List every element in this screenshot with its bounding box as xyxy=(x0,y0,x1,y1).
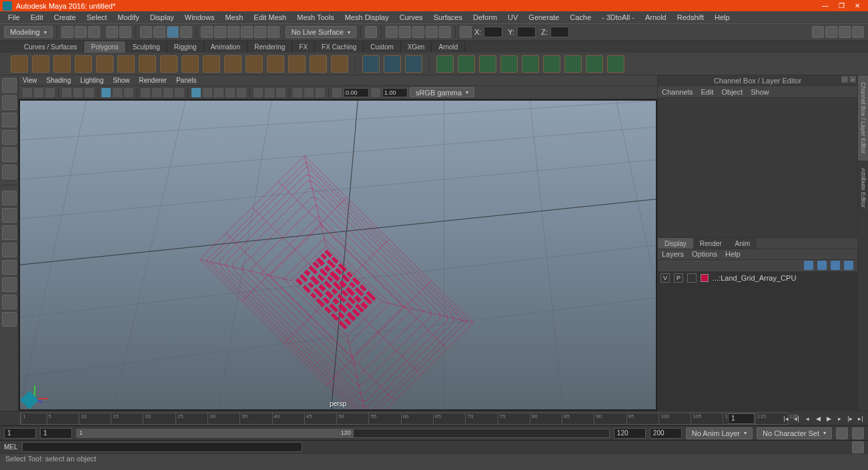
shelf-tab-custom[interactable]: Custom xyxy=(364,41,400,53)
new-scene-icon[interactable] xyxy=(61,26,73,38)
pt-ao-icon[interactable] xyxy=(214,88,224,97)
menu-arnold[interactable]: Arnold xyxy=(640,12,672,23)
colorspace-dropdown[interactable]: sRGB gamma xyxy=(410,87,474,97)
layer-tab-anim[interactable]: Anim xyxy=(729,238,757,249)
z-input[interactable] xyxy=(550,27,569,37)
go-end-button[interactable]: ▸| xyxy=(856,414,865,423)
target-weld-icon[interactable] xyxy=(586,55,603,73)
panel-menu-view[interactable]: View xyxy=(23,77,37,84)
menu-3dtoall[interactable]: - 3DtoAll - xyxy=(596,12,640,23)
menu-windows[interactable]: Windows xyxy=(179,12,220,23)
append-icon[interactable] xyxy=(500,55,518,73)
poly-soccer-icon[interactable] xyxy=(288,55,306,73)
play-fwd-button[interactable]: ▶ xyxy=(824,414,833,423)
mirror-icon[interactable] xyxy=(543,55,560,73)
construction-history-icon[interactable] xyxy=(365,26,377,38)
poly-cube-icon[interactable] xyxy=(32,55,49,73)
poly-cone-icon[interactable] xyxy=(75,55,92,73)
pt-motion-blur-icon[interactable] xyxy=(226,88,235,97)
pt-lights-icon[interactable] xyxy=(191,88,201,97)
snap-live-icon[interactable] xyxy=(254,26,266,38)
move-layer-down-icon[interactable] xyxy=(817,261,827,270)
anim-end-input[interactable]: 200 xyxy=(650,428,682,439)
pt-aa-icon[interactable] xyxy=(254,88,263,97)
step-fwd-button[interactable]: ▸ xyxy=(835,414,844,423)
snap-point-icon[interactable] xyxy=(228,26,240,38)
gamma-input[interactable]: 1.00 xyxy=(382,88,408,97)
poly-cylinder-icon[interactable] xyxy=(53,55,71,73)
ipr-render-icon[interactable] xyxy=(399,26,411,38)
menu-cache[interactable]: Cache xyxy=(564,12,596,23)
move-tool[interactable] xyxy=(2,130,17,145)
layer-menu-options[interactable]: Options xyxy=(692,250,717,258)
layout-p5-icon[interactable] xyxy=(2,312,17,327)
poly-pipe-icon[interactable] xyxy=(224,55,242,73)
rotate-tool[interactable] xyxy=(2,147,17,162)
poly-type-icon[interactable] xyxy=(310,55,327,73)
menu-edit[interactable]: Edit xyxy=(25,12,49,23)
cb-menu-show[interactable]: Show xyxy=(751,88,769,96)
poly-pyramid-icon[interactable] xyxy=(181,55,199,73)
render-sequence-icon[interactable] xyxy=(439,26,451,38)
menu-select[interactable]: Select xyxy=(81,12,113,23)
maximize-button[interactable]: ❐ xyxy=(833,0,849,11)
menu-mesh-tools[interactable]: Mesh Tools xyxy=(292,12,339,23)
layer-tab-render[interactable]: Render xyxy=(693,238,729,249)
pt-dof-icon[interactable] xyxy=(265,88,274,97)
select-tool[interactable] xyxy=(2,78,17,93)
select-component-icon[interactable] xyxy=(167,26,179,38)
menu-redshift[interactable]: Redshift xyxy=(672,12,709,23)
menu-modify[interactable]: Modify xyxy=(112,12,144,23)
snap-view-icon[interactable] xyxy=(268,26,280,38)
y-input[interactable] xyxy=(517,27,536,37)
menu-uv[interactable]: UV xyxy=(502,12,523,23)
panel-menu-lighting[interactable]: Lighting xyxy=(80,77,103,84)
close-button[interactable]: ✕ xyxy=(849,0,865,11)
menu-create[interactable]: Create xyxy=(49,12,81,23)
menu-mesh-display[interactable]: Mesh Display xyxy=(340,12,394,23)
xyz-toggle-icon[interactable] xyxy=(460,26,472,38)
go-start-button[interactable]: |◂ xyxy=(781,414,791,423)
time-track[interactable]: 1510152025303540455055606570758085909510… xyxy=(20,413,788,425)
pt-xray-comp-icon[interactable] xyxy=(175,88,184,97)
layout-out-icon[interactable] xyxy=(2,225,17,240)
menu-surfaces[interactable]: Surfaces xyxy=(428,12,468,23)
extrude-icon[interactable] xyxy=(436,55,454,73)
time-slider[interactable]: 1510152025303540455055606570758085909510… xyxy=(0,411,868,425)
x-input[interactable] xyxy=(484,27,502,37)
menu-edit-mesh[interactable]: Edit Mesh xyxy=(248,12,292,23)
panel-close-icon[interactable]: × xyxy=(849,76,856,83)
layer-display-type[interactable] xyxy=(687,273,697,283)
pt-safe-icon[interactable] xyxy=(85,88,94,97)
save-scene-icon[interactable] xyxy=(88,26,100,38)
range-handle[interactable]: 1 120 xyxy=(77,429,354,437)
exposure-input[interactable]: 0.00 xyxy=(344,88,369,97)
multicut-icon[interactable] xyxy=(607,55,624,73)
pt-film-gate-icon[interactable] xyxy=(73,88,83,97)
undo-icon[interactable] xyxy=(106,26,118,38)
panel-menu-shading[interactable]: Shading xyxy=(47,77,71,84)
open-scene-icon[interactable] xyxy=(75,26,87,38)
snap-grid-icon[interactable] xyxy=(201,26,213,38)
panel-menu-show[interactable]: Show xyxy=(113,77,129,84)
shelf-tab-sculpting[interactable]: Sculpting xyxy=(126,41,167,53)
layer-playback-toggle[interactable]: P xyxy=(674,273,683,283)
layer-menu-layers[interactable]: Layers xyxy=(662,250,684,258)
live-surface-dropdown[interactable]: No Live Surface xyxy=(286,26,356,38)
poly-helix-icon[interactable] xyxy=(246,55,263,73)
workspace-mode-dropdown[interactable]: Modeling xyxy=(4,26,53,38)
pt-textured-icon[interactable] xyxy=(237,88,246,97)
render-frame-icon[interactable] xyxy=(386,26,398,38)
poly-torus-icon[interactable] xyxy=(96,55,113,73)
menu-file[interactable]: File xyxy=(3,12,25,23)
layer-row[interactable]: V P ...:Land_Grid_Array_CPU xyxy=(658,272,857,284)
merge-icon[interactable] xyxy=(564,55,582,73)
play-start-input[interactable]: 1 xyxy=(40,428,72,439)
anim-start-input[interactable]: 1 xyxy=(4,428,36,439)
pt-isolate-icon[interactable] xyxy=(141,88,150,97)
step-back-key-button[interactable]: ◂| xyxy=(792,414,801,423)
shelf-tab-rigging[interactable]: Rigging xyxy=(167,41,204,53)
dock-tab-attribute[interactable]: Attribute Editor xyxy=(858,161,868,215)
pt-image-plane-icon[interactable] xyxy=(45,88,55,97)
menu-mesh[interactable]: Mesh xyxy=(220,12,248,23)
